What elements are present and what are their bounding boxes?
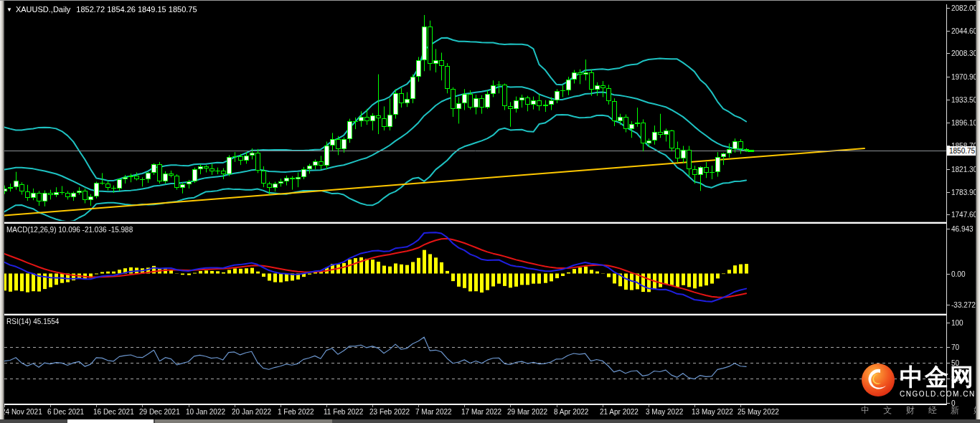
scrollbar-thumb[interactable]: [67, 419, 154, 423]
date-tick-mark: [96, 405, 97, 407]
date-tick-mark: [418, 405, 419, 407]
horizontal-scrollbar[interactable]: [0, 419, 980, 423]
panel-separator[interactable]: [4, 222, 946, 224]
price-chart-canvas[interactable]: [0, 0, 980, 423]
price-tick-label: 1821.30: [951, 166, 977, 174]
date-tick-label: 24 Nov 2021: [1, 408, 42, 416]
axis-tick-mark: [947, 305, 950, 305]
watermark-domain-text: CNGOLD.COM.CN: [900, 390, 976, 398]
date-tick-mark: [142, 405, 143, 407]
date-tick-mark: [326, 405, 327, 407]
date-tick-label: 6 Dec 2021: [47, 408, 84, 416]
cngold-watermark: 中金网 CNGOLD.COM.CN 中 文 财 经 新 媒 体: [861, 363, 980, 417]
axis-tick-mark: [947, 274, 950, 275]
rsi-tick-label: 70: [951, 343, 959, 351]
window-top-border: [0, 0, 980, 1]
price-tick-label: 1896.10: [951, 119, 977, 127]
date-tick-mark: [281, 405, 281, 407]
cngold-logo-icon: [861, 363, 895, 400]
macd-tick-label: 46.943: [951, 225, 974, 233]
date-tick-label: 21 Apr 2022: [600, 408, 639, 416]
date-tick-mark: [464, 405, 465, 407]
axis-tick-mark: [947, 169, 950, 170]
axis-tick-mark: [947, 214, 950, 215]
price-axis-divider: [946, 4, 947, 405]
axis-tick-mark: [947, 31, 950, 32]
date-tick-mark: [740, 405, 741, 407]
chart-title: ▼XAUUSD.,Daily1852.72 1854.26 1849.15 18…: [6, 5, 197, 14]
date-tick-mark: [510, 405, 511, 407]
date-tick-label: 1 Feb 2022: [278, 408, 314, 416]
date-tick-mark: [649, 405, 649, 407]
axis-tick-mark: [947, 77, 950, 77]
date-tick-label: 10 Jan 2022: [186, 408, 225, 416]
axis-tick-mark: [947, 192, 950, 193]
price-tick-label: 1747.60: [951, 211, 977, 219]
price-tick-label: 1970.90: [951, 73, 977, 81]
window-left-border: [0, 0, 4, 423]
date-tick-mark: [4, 405, 5, 407]
date-tick-mark: [557, 405, 557, 407]
axis-tick-mark: [947, 323, 950, 323]
date-tick-label: 8 Apr 2022: [554, 408, 588, 416]
watermark-brand-text: 中金网: [900, 365, 976, 389]
date-tick-label: 13 May 2022: [692, 408, 733, 416]
date-tick-mark: [189, 405, 189, 407]
panel-separator[interactable]: [4, 313, 946, 315]
axis-tick-mark: [947, 123, 950, 123]
price-tick-label: 2082.00: [951, 4, 977, 12]
window-right-border: [976, 0, 980, 423]
symbol-period-label: XAUUSD.,Daily: [16, 5, 70, 14]
axis-tick-mark: [947, 229, 950, 229]
axis-tick-mark: [947, 53, 950, 54]
date-tick-mark: [50, 405, 51, 407]
symbol-dropdown-icon[interactable]: ▼: [6, 6, 12, 13]
date-tick-label: 20 Jan 2022: [232, 408, 271, 416]
date-tick-label: 29 Mar 2022: [507, 408, 547, 416]
rsi-indicator-label: RSI(14) 45.1554: [6, 318, 59, 325]
price-tick-label: 1933.50: [951, 96, 977, 104]
date-tick-mark: [372, 405, 373, 407]
axis-tick-mark: [947, 347, 950, 348]
date-tick-label: 29 Dec 2021: [139, 408, 180, 416]
watermark-tagline-text: 中 文 财 经 新 媒 体: [861, 404, 980, 417]
date-tick-label: 25 May 2022: [738, 408, 779, 416]
axis-tick-mark: [947, 100, 950, 100]
scrollbar-track-segment[interactable]: [155, 419, 332, 423]
macd-tick-label: 0.00: [951, 270, 965, 278]
date-tick-mark: [694, 405, 695, 407]
price-tick-label: 1783.90: [951, 189, 977, 196]
price-tick-label: 2044.60: [951, 27, 977, 35]
date-tick-label: 11 Feb 2022: [324, 408, 363, 416]
macd-indicator-label: MACD(12,26,9) 10.096 -21.036 -15.988: [6, 226, 133, 234]
date-tick-label: 23 Feb 2022: [369, 408, 410, 416]
rsi-tick-label: 100: [951, 319, 963, 327]
date-tick-label: 3 May 2022: [646, 408, 683, 416]
macd-tick-label: -33.272: [951, 301, 976, 309]
date-tick-label: 7 Mar 2022: [415, 408, 452, 416]
ohlc-quote-label: 1852.72 1854.26 1849.15 1850.75: [76, 5, 197, 14]
axis-tick-mark: [947, 8, 950, 9]
date-tick-label: 17 Mar 2022: [461, 408, 501, 416]
date-tick-mark: [603, 405, 603, 407]
panel-separator: [4, 404, 946, 405]
price-tick-label: 2008.30: [951, 49, 977, 57]
date-tick-label: 16 Dec 2021: [93, 408, 134, 416]
date-tick-mark: [235, 405, 235, 407]
